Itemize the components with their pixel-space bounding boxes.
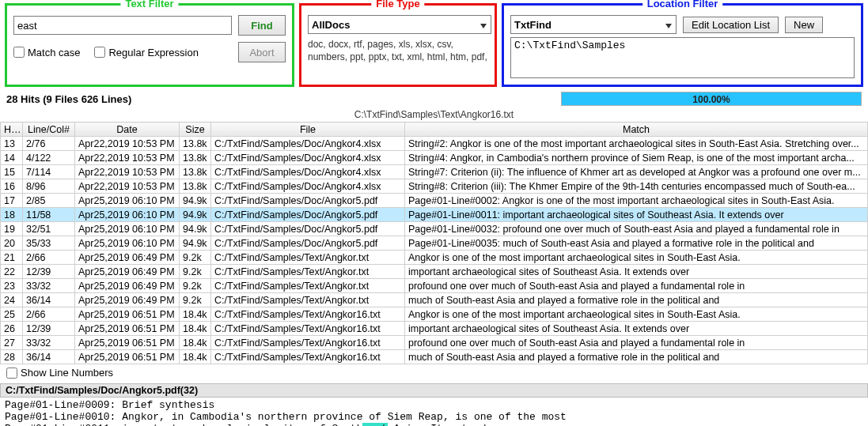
table-row[interactable]: 1932/51Apr25,2019 06:10 PM94.9kC:/TxtFin… — [1, 222, 868, 236]
show-line-numbers-checkbox[interactable]: Show Line Numbers — [6, 367, 113, 379]
cell-lc: 32/51 — [23, 222, 75, 236]
file-type-select[interactable]: AllDocs — [308, 15, 491, 34]
cell-hit: 24 — [1, 293, 23, 307]
cell-lc: 2/66 — [23, 251, 75, 265]
preview-pane[interactable]: Page#01-Line#0009: Brief synthesis Page#… — [0, 398, 868, 427]
table-row[interactable]: 2212/39Apr25,2019 06:49 PM9.2kC:/TxtFind… — [1, 265, 868, 279]
location-filter-panel: Location Filter TxtFind Edit Location Li… — [502, 3, 863, 87]
table-row[interactable]: 132/76Apr22,2019 10:53 PM13.8kC:/TxtFind… — [1, 137, 868, 151]
cell-hit: 14 — [1, 151, 23, 165]
table-row[interactable]: 2035/33Apr25,2019 06:10 PM94.9kC:/TxtFin… — [1, 236, 868, 251]
cell-file: C:/TxtFind/Samples/Doc/Angkor5.pdf — [211, 194, 405, 208]
table-row[interactable]: 2436/14Apr25,2019 06:49 PM9.2kC:/TxtFind… — [1, 293, 868, 307]
cell-size: 94.9k — [180, 222, 211, 236]
col-file[interactable]: File — [211, 123, 405, 137]
text-filter-legend: Text Filter — [120, 0, 178, 9]
location-filter-legend: Location Filter — [642, 0, 723, 9]
table-row[interactable]: 2333/32Apr25,2019 06:49 PM9.2kC:/TxtFind… — [1, 279, 868, 293]
cell-file: C:/TxtFind/Samples/Doc/Angkor4.xlsx — [211, 179, 405, 194]
cell-size: 18.4k — [180, 336, 211, 350]
cell-date: Apr25,2019 06:49 PM — [75, 279, 180, 293]
cell-match: Page#01-Line#0032: profound one over muc… — [405, 222, 868, 236]
regex-checkbox[interactable]: Regular Expression — [94, 47, 198, 58]
file-type-legend: File Type — [371, 0, 424, 9]
cell-lc: 12/39 — [23, 322, 75, 336]
cell-size: 94.9k — [180, 236, 211, 251]
cell-size: 13.8k — [180, 151, 211, 165]
cell-hit: 28 — [1, 350, 23, 364]
cell-file: C:/TxtFind/Samples/Doc/Angkor5.pdf — [211, 236, 405, 251]
col-match[interactable]: Match — [405, 123, 868, 137]
cell-match: important archaeological sites of Southe… — [405, 265, 868, 279]
table-row[interactable]: 144/122Apr22,2019 10:53 PM13.8kC:/TxtFin… — [1, 151, 868, 165]
cell-match: Page#01-Line#0035: much of South-east As… — [405, 236, 868, 251]
cell-lc: 2/66 — [23, 307, 75, 322]
table-row[interactable]: 212/66Apr25,2019 06:49 PM9.2kC:/TxtFind/… — [1, 251, 868, 265]
cell-size: 94.9k — [180, 208, 211, 222]
cell-hit: 15 — [1, 165, 23, 179]
col-linecol[interactable]: Line/Col# — [23, 123, 75, 137]
edit-location-list-button[interactable]: Edit Location List — [683, 17, 779, 33]
cell-lc: 2/76 — [23, 137, 75, 151]
new-location-button[interactable]: New — [785, 17, 823, 33]
table-row[interactable]: 168/96Apr22,2019 10:53 PM13.8kC:/TxtFind… — [1, 179, 868, 194]
table-row[interactable]: 2836/14Apr25,2019 06:51 PM18.4kC:/TxtFin… — [1, 350, 868, 364]
cell-lc: 33/32 — [23, 336, 75, 350]
cell-lc: 2/85 — [23, 194, 75, 208]
cell-size: 13.8k — [180, 179, 211, 194]
cell-file: C:/TxtFind/Samples/Doc/Angkor5.pdf — [211, 208, 405, 222]
table-row[interactable]: 1811/58Apr25,2019 06:10 PM94.9kC:/TxtFin… — [1, 208, 868, 222]
cell-hit: 20 — [1, 236, 23, 251]
cell-date: Apr22,2019 10:53 PM — [75, 165, 180, 179]
cell-size: 9.2k — [180, 265, 211, 279]
cell-match: important archaeological sites of Southe… — [405, 322, 868, 336]
cell-date: Apr25,2019 06:51 PM — [75, 307, 180, 322]
cell-file: C:/TxtFind/Samples/Doc/Angkor4.xlsx — [211, 137, 405, 151]
find-button[interactable]: Find — [238, 15, 286, 36]
cell-hit: 22 — [1, 265, 23, 279]
cell-file: C:/TxtFind/Samples/Text/Angkor16.txt — [211, 350, 405, 364]
table-row[interactable]: 252/66Apr25,2019 06:51 PM18.4kC:/TxtFind… — [1, 307, 868, 322]
match-case-checkbox[interactable]: Match case — [13, 47, 80, 58]
col-hit[interactable]: Hit# — [1, 123, 23, 137]
cell-date: Apr25,2019 06:49 PM — [75, 293, 180, 307]
col-date[interactable]: Date — [75, 123, 180, 137]
location-select[interactable]: TxtFind — [510, 15, 677, 34]
cell-date: Apr22,2019 10:53 PM — [75, 151, 180, 165]
cell-size: 18.4k — [180, 350, 211, 364]
cell-lc: 4/122 — [23, 151, 75, 165]
search-input[interactable] — [13, 16, 232, 35]
cell-size: 94.9k — [180, 194, 211, 208]
cell-match: profound one over much of South-east Asi… — [405, 279, 868, 293]
table-row[interactable]: 172/85Apr25,2019 06:10 PM94.9kC:/TxtFind… — [1, 194, 868, 208]
cell-lc: 8/96 — [23, 179, 75, 194]
cell-match: Page#01-Line#0011: important archaeologi… — [405, 208, 868, 222]
cell-hit: 27 — [1, 336, 23, 350]
cell-date: Apr25,2019 06:49 PM — [75, 251, 180, 265]
cell-date: Apr25,2019 06:51 PM — [75, 336, 180, 350]
cell-match: much of South-east Asia and played a for… — [405, 350, 868, 364]
col-size[interactable]: Size — [180, 123, 211, 137]
text-filter-panel: Text Filter Find Match case Regular Expr… — [5, 3, 294, 87]
progress-bar: 100.00% — [561, 92, 862, 106]
results-table: Hit# Line/Col# Date Size File Match 132/… — [0, 122, 868, 364]
cell-match: String#7: Criterion (ii): The influence … — [405, 165, 868, 179]
cell-size: 9.2k — [180, 293, 211, 307]
cell-file: C:/TxtFind/Samples/Text/Angkor16.txt — [211, 322, 405, 336]
cell-match: profound one over much of South-east Asi… — [405, 336, 868, 350]
cell-date: Apr25,2019 06:10 PM — [75, 194, 180, 208]
cell-hit: 19 — [1, 222, 23, 236]
location-path-box[interactable]: C:\TxtFind\Samples — [510, 37, 855, 78]
cell-hit: 13 — [1, 137, 23, 151]
cell-size: 9.2k — [180, 279, 211, 293]
table-row[interactable]: 2733/32Apr25,2019 06:51 PM18.4kC:/TxtFin… — [1, 336, 868, 350]
cell-date: Apr25,2019 06:51 PM — [75, 350, 180, 364]
cell-size: 18.4k — [180, 307, 211, 322]
preview-file-header: C:/TxtFind/Samples/Doc/Angkor5.pdf(32) — [0, 383, 868, 398]
progress-value: 100.00% — [562, 92, 861, 105]
cell-date: Apr25,2019 06:51 PM — [75, 322, 180, 336]
table-row[interactable]: 2612/39Apr25,2019 06:51 PM18.4kC:/TxtFin… — [1, 322, 868, 336]
abort-button[interactable]: Abort — [238, 42, 286, 62]
hit-count-label: 28 Hits (9 Files 626 Lines) — [6, 93, 561, 105]
table-row[interactable]: 157/114Apr22,2019 10:53 PM13.8kC:/TxtFin… — [1, 165, 868, 179]
